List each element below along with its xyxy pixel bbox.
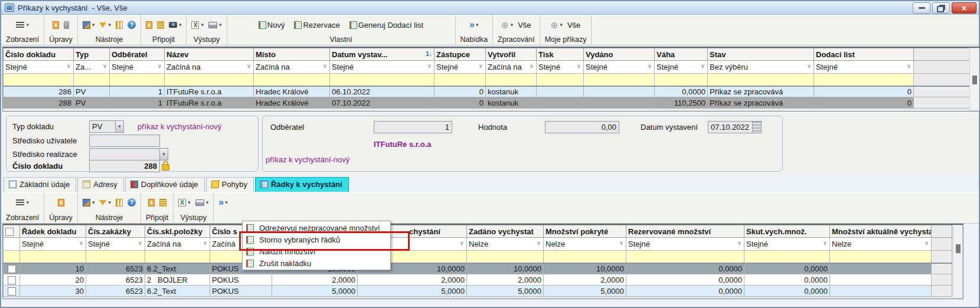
tab-radky-k-vychystani[interactable]: Řádky k vychystání xyxy=(255,177,349,192)
excel-export-button[interactable]: X xyxy=(178,199,191,207)
filter-button[interactable] xyxy=(99,22,111,28)
settings-button[interactable] xyxy=(116,199,123,207)
filter-input-cell[interactable] xyxy=(145,251,210,263)
attach-media-button[interactable] xyxy=(169,22,182,28)
moje-prikazy-filter-button[interactable]: ⊕ xyxy=(551,21,563,30)
attach-list-button[interactable] xyxy=(159,199,166,207)
attach-note-button[interactable] xyxy=(146,21,152,29)
col-header-vytvoril[interactable]: Vytvořil xyxy=(486,48,537,61)
filter-input-cell[interactable] xyxy=(626,251,744,263)
col-header-zadano-vychystat[interactable]: Zadáno vychystat xyxy=(467,225,544,238)
filter-dropdown[interactable]: Nelze xyxy=(467,238,544,251)
col-header-rezervovane-mnozstvi[interactable]: Rezervované množství xyxy=(626,225,744,238)
filter-dropdown[interactable]: Začíná na xyxy=(254,61,330,74)
scrollbar-thumb[interactable] xyxy=(972,76,977,84)
filter-dropdown[interactable]: Stejné xyxy=(584,61,655,74)
col-header-odberatel[interactable]: Odběratel xyxy=(110,48,165,61)
settings-button[interactable] xyxy=(116,21,123,29)
col-header-cis-zakazky[interactable]: Čís.zakázky xyxy=(86,225,145,238)
select-all-checkbox[interactable] xyxy=(5,228,14,236)
excel-export-button[interactable]: X xyxy=(191,21,204,29)
col-header-zastupce[interactable]: Zástupce xyxy=(435,48,486,61)
filter-dropdown[interactable]: Stejné xyxy=(626,238,744,251)
filter-input-cell[interactable] xyxy=(254,74,330,86)
datum-vystaveni-field[interactable]: 07.10.2022 xyxy=(708,121,753,133)
menu-item-storno-vybranych-radku[interactable]: Storno vybraných řádků xyxy=(243,234,390,245)
filter-input-cell[interactable] xyxy=(4,74,74,86)
orders-vertical-scrollbar[interactable] xyxy=(969,48,979,111)
scrollbar-thumb[interactable] xyxy=(956,244,961,253)
col-header-cis-skl-polozky[interactable]: Čís.skl.položky xyxy=(145,225,210,238)
col-header-tisk[interactable]: Tisk xyxy=(537,48,584,61)
col-header-nazev[interactable]: Název xyxy=(165,48,254,61)
filter-dropdown[interactable]: Stejné xyxy=(110,61,165,74)
filter-dropdown[interactable]: Stejné xyxy=(4,61,74,74)
menu-item-nalozit-mnozstvi[interactable]: Naložit množství xyxy=(243,245,390,257)
rezervace-button[interactable]: Rezervace xyxy=(294,21,339,30)
filter-dropdown[interactable]: Stejné xyxy=(814,61,914,74)
display-options-button[interactable] xyxy=(16,199,29,206)
filter-dropdown[interactable]: Bez výběru xyxy=(708,61,814,74)
attach-list-button[interactable] xyxy=(157,21,164,29)
filter-dropdown[interactable]: Nelze xyxy=(830,238,932,251)
tools-button[interactable] xyxy=(83,21,95,29)
menu-item-zrusit-nakladku[interactable]: Zrušit nakládku xyxy=(243,257,390,269)
zpracovani-filter-button[interactable]: ⊕ xyxy=(501,21,513,30)
filter-dropdown[interactable]: Stejné xyxy=(744,238,830,251)
col-header-vaha[interactable]: Váha xyxy=(655,48,708,61)
filter-input-cell[interactable] xyxy=(814,74,914,86)
row-checkbox[interactable] xyxy=(8,265,16,273)
stredisko-uzivatele-field[interactable] xyxy=(89,135,160,147)
generuj-dodaci-list-button[interactable]: Generuj Dodací list xyxy=(349,21,424,30)
col-header-typ[interactable]: Typ xyxy=(74,48,110,61)
line-row[interactable]: 30 6523 6.2_Text POKUS 5,0000 5,0000 5,0… xyxy=(4,286,952,297)
filter-input-cell[interactable] xyxy=(537,74,584,86)
col-header-stav[interactable]: Stav xyxy=(708,48,814,61)
row-checkbox[interactable] xyxy=(8,287,16,296)
stredisko-realizace-spinner[interactable]: ▼ xyxy=(159,148,168,160)
filter-input-cell[interactable] xyxy=(165,74,254,86)
close-button[interactable]: × xyxy=(952,2,976,14)
filter-input-cell[interactable] xyxy=(330,74,435,86)
filter-dropdown[interactable]: Stejné xyxy=(330,61,435,74)
filter-dropdown[interactable]: Začíná na xyxy=(486,61,537,74)
filter-button[interactable] xyxy=(99,199,111,205)
print-button[interactable] xyxy=(208,22,222,28)
restore-button[interactable] xyxy=(932,2,950,14)
tab-doplnkove-udaje[interactable]: Doplňkové údaje xyxy=(125,177,205,192)
filter-input-cell[interactable] xyxy=(110,74,165,86)
odberatel-field[interactable]: 1 xyxy=(374,121,452,133)
delete-button[interactable] xyxy=(64,21,69,29)
col-header-dodaci-list[interactable]: Dodací list xyxy=(814,48,914,61)
typ-dokladu-spinner[interactable]: ▼ xyxy=(115,120,124,133)
lines-vertical-scrollbar[interactable] xyxy=(953,225,963,299)
filter-input-cell[interactable] xyxy=(744,251,830,263)
menu-item-odrezervuj[interactable]: Odrezervuj nezpracované množství xyxy=(243,222,390,234)
col-header-vydano[interactable]: Vydáno xyxy=(584,48,655,61)
filter-input-cell[interactable] xyxy=(655,74,708,86)
filter-input-cell[interactable] xyxy=(20,251,86,263)
filter-input-cell[interactable] xyxy=(74,74,110,86)
filter-input-cell[interactable] xyxy=(708,74,814,86)
filter-dropdown[interactable]: Stejné xyxy=(435,61,486,74)
col-header-misto[interactable]: Místo xyxy=(254,48,330,61)
order-row[interactable]: 286 PV 1 ITFutuRe s.r.o.a Hradec Králové… xyxy=(4,86,970,97)
filter-input-cell[interactable] xyxy=(830,251,932,263)
col-header-radek-dokladu[interactable]: Řádek dokladu xyxy=(20,225,86,238)
line-row-selected[interactable]: 10 6523 6.2_Text POKUS 10,0000 10,0000 1… xyxy=(4,263,952,274)
filter-dropdown[interactable]: Za... xyxy=(74,61,110,74)
filter-dropdown[interactable]: Stejné xyxy=(537,61,584,74)
novy-button[interactable]: Nový xyxy=(259,21,285,30)
col-header-datum-vystaveni[interactable]: 1↓Datum vystav... xyxy=(330,48,435,61)
help-button[interactable]: ? xyxy=(128,198,136,207)
filter-dropdown[interactable]: Stejné xyxy=(86,238,145,251)
minimize-button[interactable] xyxy=(913,2,930,14)
edit-button[interactable] xyxy=(53,21,59,29)
filter-input-cell[interactable] xyxy=(486,74,537,86)
filter-dropdown[interactable]: Začíná na xyxy=(165,61,254,74)
col-header-mnozstvi-aktualne[interactable]: Množství aktuálně vychystané xyxy=(830,225,932,238)
typ-dokladu-field[interactable]: PV xyxy=(89,120,116,133)
filter-input-cell[interactable] xyxy=(544,251,626,263)
filter-input-cell[interactable] xyxy=(584,74,655,86)
help-button[interactable]: ? xyxy=(128,21,136,29)
